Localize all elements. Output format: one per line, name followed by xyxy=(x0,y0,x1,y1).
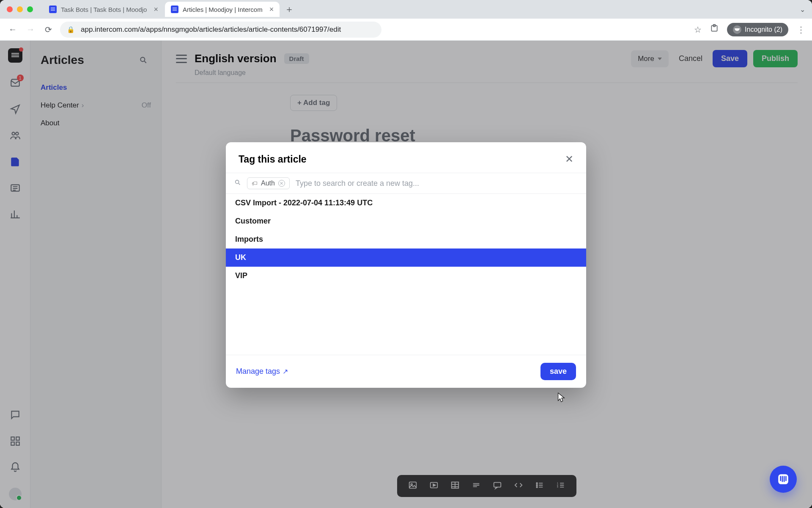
browser-toolbar: ← → ⟳ 🔒 app.intercom.com/a/apps/nnsgmgob… xyxy=(0,19,812,41)
incognito-icon xyxy=(733,25,741,34)
window-controls xyxy=(7,6,33,12)
external-link-icon: ↗ xyxy=(283,367,288,375)
close-tab-icon[interactable]: × xyxy=(154,5,158,14)
selected-tag-chip[interactable]: 🏷 Auth ✕ xyxy=(247,177,290,189)
svg-point-21 xyxy=(236,180,239,183)
tag-search-row: 🏷 Auth ✕ xyxy=(226,173,586,194)
dialog-save-button[interactable]: save xyxy=(540,363,576,380)
tag-search-input[interactable] xyxy=(296,179,578,188)
tag-option[interactable]: Customer xyxy=(226,212,586,230)
tag-article-dialog: Tag this article ✕ 🏷 Auth ✕ CSV Import -… xyxy=(226,142,586,388)
tag-chip-label: Auth xyxy=(261,179,275,187)
lock-icon: 🔒 xyxy=(67,26,75,33)
nav-reload-icon[interactable]: ⟳ xyxy=(42,25,54,35)
url-text: app.intercom.com/a/apps/nnsgmgob/article… xyxy=(81,25,341,34)
browser-tab-strip: Task Bots | Task Bots | Moodjo × Article… xyxy=(0,0,812,19)
browser-tab[interactable]: Articles | Moodjoy | Intercom × xyxy=(165,2,280,17)
manage-tags-label: Manage tags xyxy=(236,367,280,376)
window-minimize[interactable] xyxy=(17,6,23,12)
browser-menu-icon[interactable]: ⋮ xyxy=(797,25,805,35)
close-icon[interactable]: ✕ xyxy=(565,153,573,165)
bookmark-star-icon[interactable]: ☆ xyxy=(694,25,702,35)
tag-option[interactable]: Imports xyxy=(226,230,586,248)
svg-rect-22 xyxy=(778,474,788,484)
tabs-overflow-icon[interactable]: ⌄ xyxy=(800,6,805,14)
address-bar[interactable]: 🔒 app.intercom.com/a/apps/nnsgmgob/artic… xyxy=(60,22,381,38)
extensions-icon[interactable] xyxy=(710,24,719,35)
tag-icon: 🏷 xyxy=(252,180,258,187)
browser-tab[interactable]: Task Bots | Task Bots | Moodjo × xyxy=(43,2,164,17)
nav-forward-icon[interactable]: → xyxy=(25,25,36,34)
tag-option[interactable]: UK xyxy=(226,248,586,267)
tag-options-list: CSV Import - 2022-07-04 11:13:49 UTC Cus… xyxy=(226,194,586,355)
incognito-indicator[interactable]: Incognito (2) xyxy=(727,23,788,36)
remove-tag-icon[interactable]: ✕ xyxy=(278,180,285,187)
tab-title: Articles | Moodjoy | Intercom xyxy=(183,6,263,13)
window-close[interactable] xyxy=(7,6,13,12)
tag-option[interactable]: VIP xyxy=(226,267,586,285)
dialog-title: Tag this article xyxy=(239,154,307,165)
nav-back-icon[interactable]: ← xyxy=(7,25,19,34)
new-tab-button[interactable]: ＋ xyxy=(285,3,294,16)
incognito-label: Incognito (2) xyxy=(745,26,782,33)
intercom-favicon xyxy=(171,6,178,13)
window-maximize[interactable] xyxy=(27,6,33,12)
intercom-launcher[interactable] xyxy=(770,466,797,493)
manage-tags-link[interactable]: Manage tags ↗ xyxy=(236,367,288,376)
tag-option[interactable]: CSV Import - 2022-07-04 11:13:49 UTC xyxy=(226,194,586,212)
tab-title: Task Bots | Task Bots | Moodjo xyxy=(61,6,147,13)
search-icon xyxy=(234,179,241,188)
close-tab-icon[interactable]: × xyxy=(269,5,274,14)
intercom-favicon xyxy=(49,6,57,13)
